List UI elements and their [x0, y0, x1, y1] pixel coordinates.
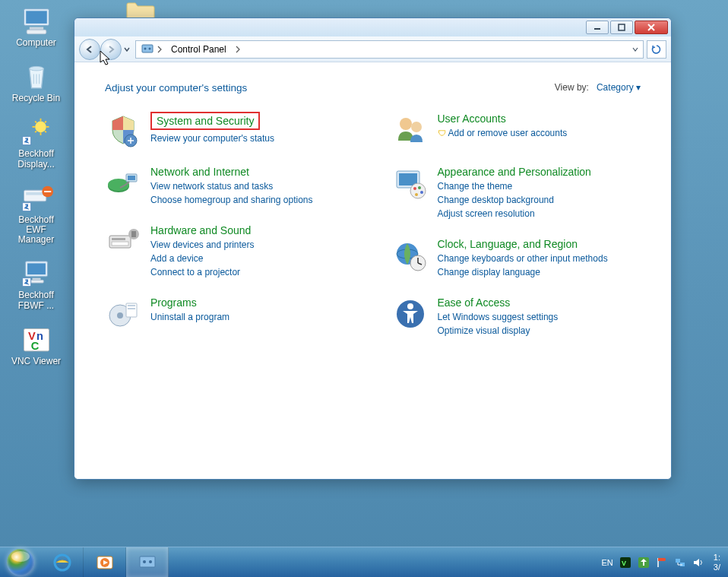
refresh-button[interactable] — [647, 40, 666, 59]
category-link[interactable]: View network status and tasks — [150, 179, 354, 193]
taskbar-media-player[interactable] — [84, 547, 126, 577]
category-hardware-and-sound: Hardware and SoundView devices and print… — [105, 224, 354, 279]
svg-point-56 — [413, 187, 416, 190]
category-network-and-internet: Network and InternetView network status … — [105, 165, 354, 207]
svg-rect-40 — [128, 176, 135, 180]
control-panel-window: Control Panel View by: Category ▾ Adjust… — [74, 17, 672, 480]
category-ease-of-access: Ease of AccessLet Windows suggest settin… — [392, 296, 641, 338]
taskbar-control-panel[interactable] — [126, 547, 169, 577]
category-title[interactable]: Programs — [150, 296, 197, 309]
category-icon — [392, 165, 429, 201]
svg-line-11 — [44, 132, 46, 133]
category-title[interactable]: Appearance and Personalization — [438, 166, 591, 178]
drive-manager-icon — [20, 183, 53, 214]
category-icon — [105, 112, 141, 148]
lang-indicator[interactable]: EN — [602, 558, 613, 567]
desktop-icon-label: Computer — [8, 38, 65, 48]
monitor-shortcut-icon — [20, 258, 53, 289]
category-link[interactable]: Let Windows suggest settings — [438, 310, 641, 324]
svg-rect-16 — [26, 192, 44, 195]
clock-time: 1: — [714, 553, 720, 562]
svg-rect-21 — [27, 264, 46, 275]
taskbar: EN V 1: 3/ — [0, 547, 728, 577]
desktop-icon-label: VNC Viewer — [8, 357, 65, 366]
tray-vnc-icon[interactable]: V — [619, 556, 631, 569]
content-area: View by: Category ▾ Adjust your computer… — [74, 62, 671, 479]
svg-rect-1 — [26, 11, 46, 23]
category-title[interactable]: Network and Internet — [150, 166, 249, 178]
back-button[interactable] — [79, 39, 100, 60]
address-dropdown[interactable] — [628, 41, 643, 58]
desktop-icon-vnc-viewer[interactable]: VnC VNC Viewer — [8, 325, 65, 366]
svg-rect-2 — [29, 27, 43, 30]
category-link[interactable]: Uninstall a program — [150, 310, 354, 324]
category-link[interactable]: Adjust screen resolution — [438, 207, 641, 220]
desktop-icon-label: Beckhoff Display... — [8, 149, 65, 169]
svg-point-34 — [144, 47, 147, 49]
category-title[interactable]: Clock, Language, and Region — [438, 238, 578, 250]
clock[interactable]: 1: 3/ — [711, 553, 723, 571]
desktop-icon-label: Beckhoff FBWF ... — [8, 290, 65, 310]
category-link[interactable]: Add a device — [150, 252, 354, 265]
category-link[interactable]: Change display language — [438, 265, 641, 279]
tray-network-icon[interactable] — [674, 556, 686, 569]
category-title[interactable]: Ease of Access — [438, 296, 511, 309]
svg-point-58 — [420, 191, 423, 194]
svg-point-59 — [415, 193, 418, 196]
titlebar — [74, 18, 671, 36]
control-panel-icon — [141, 43, 154, 56]
desktop-icon-beckhoff-fbwf[interactable]: Beckhoff FBWF ... — [8, 258, 65, 310]
maximize-button[interactable] — [610, 21, 633, 34]
category-icon — [392, 296, 429, 332]
address-bar[interactable]: Control Panel — [135, 40, 644, 59]
category-link[interactable]: Change keyboards or other input methods — [438, 252, 641, 265]
svg-rect-18 — [44, 191, 51, 192]
desktop-icon-recycle-bin[interactable]: Recycle Bin — [8, 62, 65, 103]
svg-line-13 — [44, 122, 46, 123]
svg-rect-70 — [140, 556, 155, 567]
svg-rect-50 — [128, 308, 135, 309]
tray-volume-icon[interactable] — [692, 556, 704, 569]
svg-point-51 — [400, 118, 412, 130]
svg-point-55 — [410, 183, 426, 198]
taskbar-ie[interactable] — [41, 547, 84, 577]
svg-rect-30 — [619, 24, 625, 30]
computer-icon — [20, 6, 53, 36]
desktop-icon-computer[interactable]: Computer — [8, 6, 65, 48]
desktop-icon-beckhoff-ewf[interactable]: Beckhoff EWF Manager — [8, 183, 65, 246]
minimize-button[interactable] — [586, 21, 609, 34]
category-link[interactable]: Optimize visual display — [438, 324, 641, 338]
category-icon — [392, 112, 429, 148]
close-button[interactable] — [635, 21, 668, 34]
category-link[interactable]: Change desktop background — [438, 193, 641, 207]
system-tray: EN V 1: 3/ — [602, 547, 728, 577]
category-title[interactable]: System and Security — [150, 112, 260, 130]
navbar: Control Panel — [74, 36, 671, 62]
svg-line-12 — [35, 132, 36, 133]
category-appearance-and-personalization: Appearance and PersonalizationChange the… — [392, 165, 641, 220]
view-by: View by: Category ▾ — [555, 82, 641, 93]
category-user-accounts: User AccountsAdd or remove user accounts — [392, 112, 641, 148]
desktop-icon-beckhoff-display[interactable]: Beckhoff Display... — [8, 117, 65, 169]
tray-flag-icon[interactable] — [656, 556, 668, 569]
desktop-icon-label: Beckhoff EWF Manager — [8, 215, 65, 246]
category-link[interactable]: Connect to a projector — [150, 265, 354, 279]
svg-text:V: V — [622, 560, 626, 567]
category-title[interactable]: User Accounts — [438, 113, 506, 125]
breadcrumb-root[interactable]: Control Panel — [166, 41, 231, 58]
category-link[interactable]: Review your computer's status — [150, 132, 354, 145]
svg-rect-45 — [131, 231, 136, 237]
sun-icon — [20, 117, 53, 147]
category-title[interactable]: Hardware and Sound — [150, 224, 251, 236]
nav-history-dropdown[interactable] — [122, 39, 132, 60]
category-programs: ProgramsUninstall a program — [105, 296, 354, 332]
viewby-dropdown[interactable]: Category ▾ — [597, 82, 641, 93]
category-link[interactable]: View devices and printers — [150, 238, 354, 252]
category-link[interactable]: Add or remove user accounts — [438, 126, 641, 140]
category-link[interactable]: Change the theme — [438, 179, 641, 193]
category-link[interactable]: Choose homegroup and sharing options — [150, 193, 354, 207]
start-button[interactable] — [0, 547, 41, 578]
tray-update-icon[interactable] — [638, 556, 650, 569]
vnc-icon: VnC — [20, 325, 53, 355]
forward-button[interactable] — [100, 39, 122, 60]
